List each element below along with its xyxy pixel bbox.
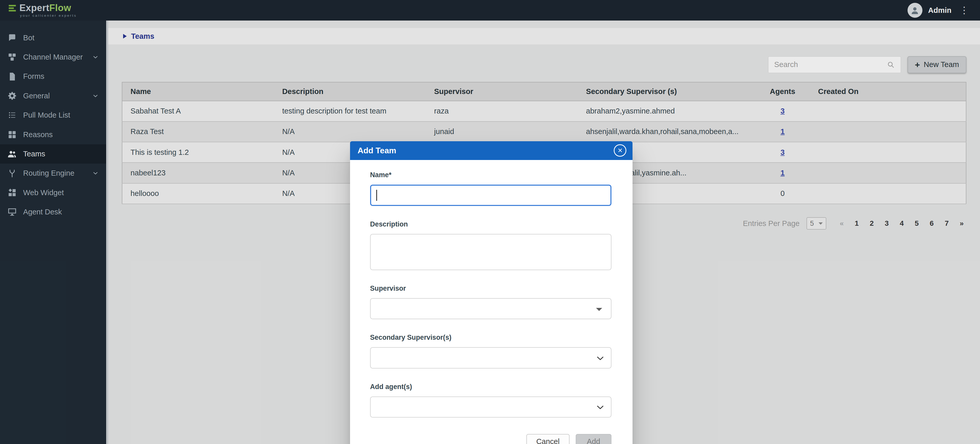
description-label: Description [370, 220, 611, 228]
app-root: ExpertFlow your callcenter experts Admin… [0, 0, 980, 444]
dialog-body: Name* Description Supervisor Secondary S… [350, 160, 633, 418]
cancel-button[interactable]: Cancel [527, 434, 570, 444]
dialog-header: Add Team × [350, 141, 633, 160]
supervisor-label: Supervisor [370, 284, 611, 292]
name-label: Name* [370, 171, 611, 179]
team-name-input[interactable] [370, 185, 611, 206]
add-agents-label: Add agent(s) [370, 383, 611, 391]
caret-down-icon [596, 308, 602, 311]
dialog-title: Add Team [358, 146, 396, 155]
secondary-supervisor-select[interactable] [370, 347, 611, 368]
chevron-down-icon [595, 354, 605, 363]
add-agents-select[interactable] [370, 396, 611, 418]
chevron-down-icon [595, 403, 605, 412]
add-button[interactable]: Add [576, 434, 611, 444]
secondary-supervisor-label: Secondary Supervisor(s) [370, 334, 611, 341]
close-icon[interactable]: × [614, 144, 626, 157]
supervisor-select[interactable] [370, 298, 611, 319]
dialog-footer: Cancel Add [350, 417, 633, 444]
add-team-dialog: Add Team × Name* Description Supervisor … [350, 141, 633, 444]
team-description-textarea[interactable] [370, 234, 611, 270]
